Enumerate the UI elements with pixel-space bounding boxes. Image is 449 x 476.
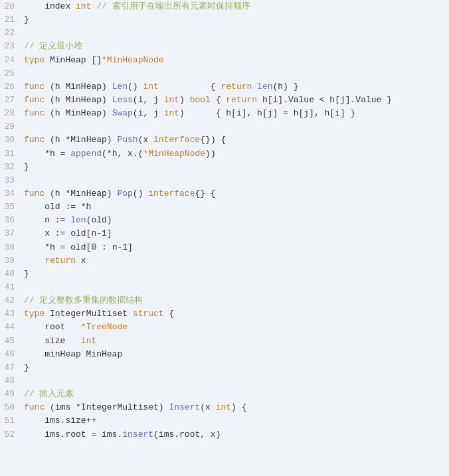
line-number: 23 (0, 40, 24, 53)
line-number: 25 (0, 67, 24, 80)
token: index (24, 1, 76, 11)
line-number: 27 (0, 94, 24, 107)
token: Pop (117, 189, 132, 198)
token: int (216, 402, 231, 412)
token: Less (112, 95, 133, 105)
token: Push (117, 135, 137, 145)
token (252, 82, 257, 92)
line-content: // 定义整数多重集的数据结构 (24, 294, 449, 307)
code-line: 33 (0, 174, 449, 187)
token: *h = old[ (24, 242, 91, 252)
code-line: 41 (0, 281, 449, 294)
token: (i, j (133, 95, 164, 105)
token: Swap (112, 108, 133, 118)
line-content: // 插入元素 (24, 388, 449, 401)
token: int (76, 1, 91, 11)
token: (*h, x.( (102, 149, 143, 159)
token: { (164, 309, 175, 319)
token: func (24, 95, 45, 105)
token: } (24, 162, 29, 172)
line-number: 20 (0, 0, 24, 13)
line-number: 50 (0, 401, 24, 414)
code-line: 35 old := *h (0, 200, 449, 214)
line-content (24, 281, 449, 294)
token: (h) } (273, 82, 299, 92)
line-content: func (h *MinHeap) Pop() interface{} { (24, 187, 449, 200)
code-line: 31 *h = append(*h, x.(*MinHeapNode)) (0, 147, 449, 161)
token: {}) { (200, 135, 226, 145)
line-number: 41 (0, 281, 24, 294)
token: type (24, 309, 45, 319)
line-number: 42 (0, 294, 24, 307)
line-number: 21 (0, 13, 24, 27)
line-content: type MinHeap []*MinHeapNode (24, 54, 449, 67)
line-number: 48 (0, 374, 24, 388)
token: (ims *IntegerMultiset) (45, 402, 169, 412)
code-line: 34func (h *MinHeap) Pop() interface{} { (0, 187, 449, 200)
token: insert (122, 430, 153, 439)
token: (old) (86, 215, 112, 225)
line-number: 30 (0, 133, 24, 147)
token: ims.size++ (24, 416, 96, 426)
code-line: 27func (h MinHeap) Less(i, j int) bool {… (0, 94, 449, 107)
code-line: 45 size int (0, 335, 449, 348)
token: len (70, 215, 86, 225)
code-container: 20 index int // 索引用于在输出所有元素时保持顺序21}22 23… (0, 0, 449, 476)
token: // 索引用于在输出所有元素时保持顺序 (96, 1, 250, 11)
line-number: 36 (0, 214, 24, 227)
token: int (164, 95, 179, 105)
token: { (159, 82, 221, 92)
code-line: 43type IntegerMultiset struct { (0, 307, 449, 321)
line-content: func (h *MinHeap) Push(x interface{}) { (24, 133, 449, 147)
token: int (81, 336, 96, 346)
line-number: 32 (0, 161, 24, 174)
line-content: return x (24, 254, 449, 268)
line-content: ims.size++ (24, 414, 449, 428)
line-content: func (h MinHeap) Len() int { return len(… (24, 80, 449, 94)
token: x (76, 256, 86, 266)
line-content: func (h MinHeap) Swap(i, j int) { h[i], … (24, 107, 449, 120)
code-line: 26func (h MinHeap) Len() int { return le… (0, 80, 449, 94)
token: return (226, 95, 257, 105)
line-content (24, 174, 449, 187)
token: (h MinHeap) (45, 108, 112, 118)
line-content: *h = old[0 : n-1] (24, 241, 449, 254)
line-content (24, 120, 449, 133)
line-content: ims.root = ims.insert(ims.root, x) (24, 428, 449, 441)
code-line: 47} (0, 361, 449, 374)
line-number: 24 (0, 54, 24, 67)
token: append (70, 149, 102, 159)
token: func (24, 108, 45, 118)
line-content (24, 374, 449, 388)
line-number: 33 (0, 174, 24, 187)
token: func (24, 135, 45, 145)
line-content: minHeap MinHeap (24, 348, 449, 361)
code-line: 38 *h = old[0 : n-1] (0, 241, 449, 254)
line-content: *h = append(*h, x.(*MinHeapNode)) (24, 147, 449, 161)
line-number: 38 (0, 241, 24, 254)
token: *h = (24, 149, 70, 159)
line-number: 51 (0, 414, 24, 428)
line-content: root *TreeNode (24, 321, 449, 334)
line-content: // 定义最小堆 (24, 40, 449, 53)
line-number: 43 (0, 307, 24, 321)
code-line: 39 return x (0, 254, 449, 268)
line-number: 52 (0, 428, 24, 441)
code-line: 29 (0, 120, 449, 133)
token: n := (24, 215, 70, 225)
token: IntegerMultiset (45, 309, 133, 319)
token: (h MinHeap) (45, 95, 112, 105)
token: (x (200, 402, 215, 412)
token: // 定义整数多重集的数据结构 (24, 295, 143, 305)
code-line: 48 (0, 374, 449, 388)
line-number: 31 (0, 147, 24, 161)
line-content: index int // 索引用于在输出所有元素时保持顺序 (24, 0, 449, 13)
code-line: 23// 定义最小堆 (0, 40, 449, 53)
code-line: 44 root *TreeNode (0, 321, 449, 334)
code-line: 37 x := old[n-1] (0, 227, 449, 240)
token: (i, j (133, 108, 164, 118)
token: func (24, 402, 45, 412)
token: root (24, 322, 81, 332)
line-number: 44 (0, 321, 24, 334)
code-line: 46 minHeap MinHeap (0, 348, 449, 361)
